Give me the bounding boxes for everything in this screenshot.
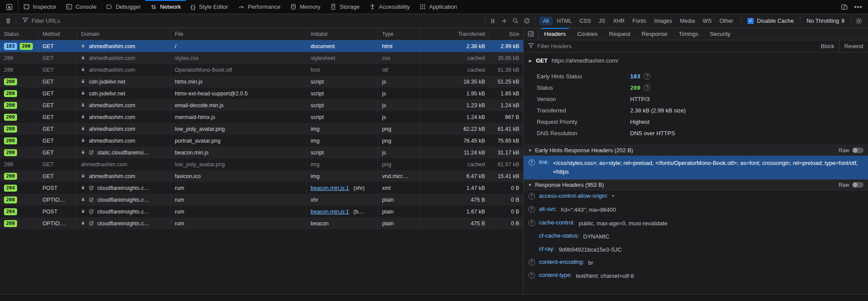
- request-row[interactable]: 204POSTcloudflareinsights.c…rumbeacon.mi…: [0, 206, 523, 217]
- tab-memory[interactable]: Memory: [285, 0, 325, 14]
- disable-cache-checkbox[interactable]: ✓: [748, 18, 754, 24]
- header-row[interactable]: ?link:</css/styles.css>; as=style; rel=p…: [524, 156, 868, 179]
- type-filter-all[interactable]: All: [539, 17, 553, 25]
- help-icon[interactable]: ?: [528, 206, 535, 213]
- help-icon[interactable]: ?: [644, 84, 650, 91]
- detail-tab-response[interactable]: Response: [636, 28, 673, 40]
- tab-debugger[interactable]: Debugger: [101, 0, 145, 14]
- detail-tab-request[interactable]: Request: [603, 28, 636, 40]
- responsive-design-button[interactable]: [838, 1, 850, 13]
- request-row[interactable]: 200GETstatic.cloudflareinsi…beacon.min.j…: [0, 147, 523, 158]
- domain-cell: cloudflareinsights.c…: [77, 194, 171, 206]
- column-header-type[interactable]: Type: [378, 28, 420, 40]
- type-filter-js[interactable]: JS: [595, 17, 609, 25]
- help-icon[interactable]: ?: [528, 272, 535, 279]
- add-request-button[interactable]: [499, 16, 510, 26]
- type-filter-ws[interactable]: WS: [699, 17, 715, 25]
- header-row[interactable]: cf-cache-status:DYNAMIC: [524, 230, 868, 243]
- request-row[interactable]: 200GETahmedhashim.comemail-decode.min.js…: [0, 99, 523, 111]
- tab-performance[interactable]: Performance: [233, 0, 285, 14]
- raw-toggle[interactable]: [852, 182, 864, 188]
- early-hints-section-header[interactable]: ▼Early Hints Response Headers (202 B)Raw: [524, 145, 868, 156]
- request-row[interactable]: 200GETahmedhashim.comstyles.cssstyleshee…: [0, 52, 523, 64]
- header-row[interactable]: ?alt-svc:h3=":443"; ma=86400: [524, 203, 868, 217]
- detail-tab-timings[interactable]: Timings: [673, 28, 704, 40]
- tab-accessibility[interactable]: Accessibility: [365, 0, 415, 14]
- clear-requests-button[interactable]: [3, 16, 14, 26]
- request-row[interactable]: 200GETahmedhashim.comlow_poly_avatar.png…: [0, 158, 523, 170]
- column-header-status[interactable]: Status: [0, 28, 39, 40]
- tab-network[interactable]: Network: [145, 0, 186, 14]
- disable-cache-control[interactable]: ✓ Disable Cache: [743, 18, 798, 24]
- request-row[interactable]: 200GETahmedhashim.comportrait_avatar.png…: [0, 135, 523, 147]
- tab-console[interactable]: Console: [61, 0, 101, 14]
- type-filter-media[interactable]: Media: [677, 17, 698, 25]
- tab-style-editor[interactable]: {}Style Editor: [186, 0, 233, 14]
- block-url-button[interactable]: Block: [816, 40, 839, 52]
- column-header-domain[interactable]: Domain: [77, 28, 171, 40]
- pick-element-button[interactable]: [0, 0, 18, 14]
- collapse-details-button[interactable]: [524, 28, 539, 40]
- help-icon[interactable]: ?: [528, 259, 535, 266]
- header-row[interactable]: cf-ray:9d9b94921bca15e3-SJC: [524, 243, 868, 256]
- detail-tab-security[interactable]: Security: [704, 28, 736, 40]
- size-cell: 1.24 kB: [489, 99, 523, 111]
- domain-cell: static.cloudflareinsi…: [77, 147, 171, 158]
- type-filter-other[interactable]: Other: [716, 17, 737, 25]
- initiator-link[interactable]: beacon.min.js:1: [311, 209, 349, 215]
- detail-tab-headers[interactable]: Headers: [539, 28, 571, 40]
- type-cell: js: [378, 147, 420, 158]
- request-row[interactable]: 200GETcdn.jsdelivr.nethtmx.min.jsscriptj…: [0, 76, 523, 88]
- raw-toggle[interactable]: [852, 147, 864, 153]
- type-filter-html[interactable]: HTML: [553, 17, 575, 25]
- request-row[interactable]: 200GETahmedhashim.commermaid-htmx.jsscri…: [0, 111, 523, 123]
- header-row[interactable]: ?cache-control:public, max-age=0, must-r…: [524, 217, 868, 230]
- search-button[interactable]: [510, 16, 521, 26]
- initiator-link[interactable]: beacon.min.js:1: [311, 185, 349, 191]
- tab-inspector[interactable]: Inspector: [18, 0, 61, 14]
- column-header-initiator[interactable]: Initiator: [307, 28, 378, 40]
- pause-traffic-button[interactable]: [487, 16, 499, 26]
- tab-storage[interactable]: Storage: [325, 0, 365, 14]
- detail-tab-cookies[interactable]: Cookies: [571, 28, 603, 40]
- header-row[interactable]: ?access-control-allow-origin:*: [524, 190, 868, 203]
- help-icon[interactable]: ?: [528, 220, 535, 226]
- request-row[interactable]: 200GETahmedhashim.comlow_poly_avatar.png…: [0, 123, 523, 135]
- header-row[interactable]: ?content-encoding:br: [524, 256, 868, 270]
- request-row[interactable]: 200OPTIO…cloudflareinsights.c…rumbeaconp…: [0, 217, 523, 229]
- tab-application[interactable]: Application: [415, 0, 462, 14]
- request-row[interactable]: 200GETahmedhashim.comfavicon.icoimgvnd.m…: [0, 170, 523, 182]
- type-filter-images[interactable]: Images: [651, 17, 676, 25]
- request-row[interactable]: 200GETahmedhashim.comOperatorMono-Book.o…: [0, 64, 523, 76]
- filter-urls-input[interactable]: Filter URLs: [18, 17, 483, 24]
- file-cell: htmx.min.js: [171, 76, 307, 88]
- summary-row: VersionHTTP/3: [524, 93, 868, 105]
- filter-headers-input[interactable]: Filter Headers: [524, 42, 816, 50]
- resend-request-button[interactable]: Resend: [840, 40, 868, 52]
- network-settings-button[interactable]: [853, 16, 864, 26]
- request-row[interactable]: 103200GETahmedhashim.com/documenthtml2.3…: [0, 40, 523, 52]
- type-filter-xhr[interactable]: XHR: [609, 17, 628, 25]
- column-header-method[interactable]: Method: [39, 28, 77, 40]
- initiator-cell: script: [307, 99, 378, 111]
- throttling-select[interactable]: No Throttling: [802, 18, 849, 24]
- response-headers-section-header[interactable]: ▼Response Headers (953 B)Raw: [524, 179, 868, 190]
- help-icon[interactable]: ?: [528, 193, 535, 200]
- header-row[interactable]: ?content-type:text/html; charset=utf-8: [524, 270, 868, 283]
- type-filter-fonts[interactable]: Fonts: [629, 17, 650, 25]
- responsive-design-icon: [841, 4, 848, 10]
- block-request-button[interactable]: [521, 16, 533, 26]
- request-row[interactable]: 204POSTcloudflareinsights.c…rumbeacon.mi…: [0, 182, 523, 194]
- request-row[interactable]: 200OPTIO…cloudflareinsights.c…rumxhrplai…: [0, 194, 523, 206]
- column-header-size[interactable]: Size: [489, 28, 524, 40]
- request-row[interactable]: 200GETcdn.jsdelivr.nethtmx-ext-head-supp…: [0, 88, 523, 99]
- lock-icon: [81, 79, 86, 84]
- help-icon[interactable]: ?: [528, 159, 535, 166]
- file-cell: OperatorMono-Book.otf: [171, 64, 307, 76]
- type-filter-css[interactable]: CSS: [576, 17, 595, 25]
- request-url-row[interactable]: ▶ GET https://ahmedhashim.com/: [524, 52, 868, 68]
- meatball-menu-button[interactable]: •••: [852, 1, 864, 13]
- column-header-transferred[interactable]: Transferred: [420, 28, 489, 40]
- column-header-file[interactable]: File: [171, 28, 307, 40]
- help-icon[interactable]: ?: [644, 73, 650, 80]
